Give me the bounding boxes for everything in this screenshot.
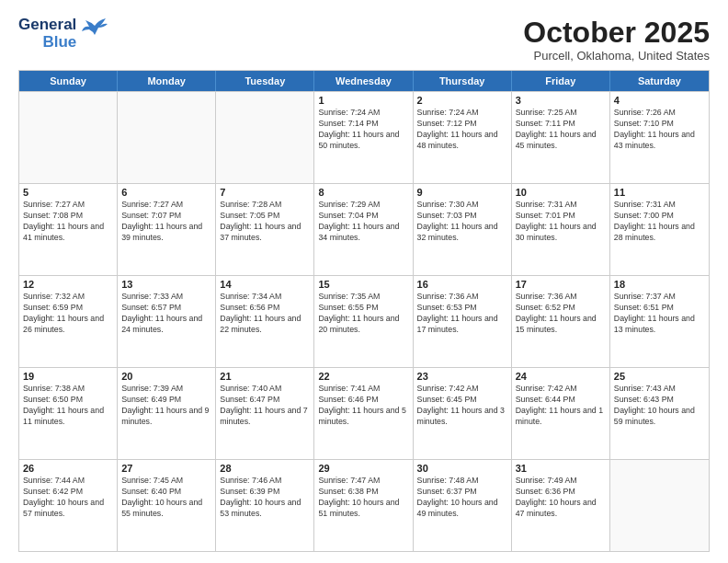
cell-info: Sunrise: 7:31 AM Sunset: 7:01 PM Dayligh… bbox=[516, 200, 606, 244]
cell-day-number: 21 bbox=[220, 371, 310, 382]
title-block: October 2025 Purcell, Oklahoma, United S… bbox=[523, 17, 710, 63]
calendar-cell-2: 2Sunrise: 7:24 AM Sunset: 7:12 PM Daylig… bbox=[414, 92, 512, 183]
logo-general: General bbox=[18, 17, 76, 34]
cell-info: Sunrise: 7:38 AM Sunset: 6:50 PM Dayligh… bbox=[23, 384, 113, 428]
cell-day-number: 26 bbox=[23, 463, 113, 474]
calendar-body: 1Sunrise: 7:24 AM Sunset: 7:14 PM Daylig… bbox=[19, 91, 709, 551]
cell-info: Sunrise: 7:37 AM Sunset: 6:51 PM Dayligh… bbox=[614, 292, 705, 336]
logo-bird-icon bbox=[80, 18, 109, 42]
calendar-cell-27: 27Sunrise: 7:45 AM Sunset: 6:40 PM Dayli… bbox=[118, 460, 216, 551]
calendar-cell-14: 14Sunrise: 7:34 AM Sunset: 6:56 PM Dayli… bbox=[216, 276, 314, 367]
calendar-cell-25: 25Sunrise: 7:43 AM Sunset: 6:43 PM Dayli… bbox=[610, 368, 709, 459]
cell-day-number: 5 bbox=[23, 187, 113, 198]
weekday-header-wednesday: Wednesday bbox=[314, 71, 413, 91]
calendar-row-0: 1Sunrise: 7:24 AM Sunset: 7:14 PM Daylig… bbox=[19, 91, 709, 183]
cell-day-number: 13 bbox=[121, 279, 211, 290]
cell-day-number: 24 bbox=[516, 371, 606, 382]
calendar-cell-16: 16Sunrise: 7:36 AM Sunset: 6:53 PM Dayli… bbox=[414, 276, 512, 367]
cell-info: Sunrise: 7:45 AM Sunset: 6:40 PM Dayligh… bbox=[121, 476, 211, 520]
calendar-cell-9: 9Sunrise: 7:30 AM Sunset: 7:03 PM Daylig… bbox=[414, 184, 512, 275]
calendar-cell-12: 12Sunrise: 7:32 AM Sunset: 6:59 PM Dayli… bbox=[19, 276, 118, 367]
cell-day-number: 30 bbox=[417, 463, 507, 474]
calendar-cell-31: 31Sunrise: 7:49 AM Sunset: 6:36 PM Dayli… bbox=[512, 460, 610, 551]
calendar-row-3: 19Sunrise: 7:38 AM Sunset: 6:50 PM Dayli… bbox=[19, 367, 709, 459]
calendar-cell-23: 23Sunrise: 7:42 AM Sunset: 6:45 PM Dayli… bbox=[414, 368, 512, 459]
calendar-cell-3: 3Sunrise: 7:25 AM Sunset: 7:11 PM Daylig… bbox=[512, 92, 610, 183]
weekday-header-tuesday: Tuesday bbox=[216, 71, 314, 91]
calendar-cell-6: 6Sunrise: 7:27 AM Sunset: 7:07 PM Daylig… bbox=[118, 184, 216, 275]
logo: General Blue bbox=[18, 17, 109, 51]
cell-info: Sunrise: 7:33 AM Sunset: 6:57 PM Dayligh… bbox=[121, 292, 211, 336]
logo-blue: Blue bbox=[42, 34, 76, 52]
cell-day-number: 11 bbox=[614, 187, 705, 198]
cell-day-number: 1 bbox=[318, 95, 408, 106]
cell-info: Sunrise: 7:39 AM Sunset: 6:49 PM Dayligh… bbox=[121, 384, 211, 428]
calendar-cell-17: 17Sunrise: 7:36 AM Sunset: 6:52 PM Dayli… bbox=[512, 276, 610, 367]
cell-day-number: 9 bbox=[417, 187, 507, 198]
cell-info: Sunrise: 7:30 AM Sunset: 7:03 PM Dayligh… bbox=[417, 200, 507, 244]
cell-info: Sunrise: 7:27 AM Sunset: 7:08 PM Dayligh… bbox=[23, 200, 113, 244]
cell-day-number: 23 bbox=[417, 371, 507, 382]
cell-info: Sunrise: 7:32 AM Sunset: 6:59 PM Dayligh… bbox=[23, 292, 113, 336]
calendar-cell-30: 30Sunrise: 7:48 AM Sunset: 6:37 PM Dayli… bbox=[414, 460, 512, 551]
cell-info: Sunrise: 7:36 AM Sunset: 6:53 PM Dayligh… bbox=[417, 292, 507, 336]
cell-info: Sunrise: 7:35 AM Sunset: 6:55 PM Dayligh… bbox=[318, 292, 408, 336]
cell-day-number: 18 bbox=[614, 279, 705, 290]
cell-info: Sunrise: 7:40 AM Sunset: 6:47 PM Dayligh… bbox=[220, 384, 310, 428]
cell-day-number: 15 bbox=[318, 279, 408, 290]
weekday-header-friday: Friday bbox=[512, 71, 610, 91]
weekday-header-thursday: Thursday bbox=[414, 71, 512, 91]
calendar-row-1: 5Sunrise: 7:27 AM Sunset: 7:08 PM Daylig… bbox=[19, 183, 709, 275]
cell-day-number: 16 bbox=[417, 279, 507, 290]
cell-info: Sunrise: 7:25 AM Sunset: 7:11 PM Dayligh… bbox=[516, 108, 606, 152]
cell-day-number: 25 bbox=[614, 371, 705, 382]
calendar-cell-5: 5Sunrise: 7:27 AM Sunset: 7:08 PM Daylig… bbox=[19, 184, 118, 275]
calendar-cell-1: 1Sunrise: 7:24 AM Sunset: 7:14 PM Daylig… bbox=[314, 92, 413, 183]
calendar-cell-18: 18Sunrise: 7:37 AM Sunset: 6:51 PM Dayli… bbox=[610, 276, 709, 367]
cell-day-number: 14 bbox=[220, 279, 310, 290]
calendar: SundayMondayTuesdayWednesdayThursdayFrid… bbox=[18, 70, 710, 552]
header: General Blue October 2025 Purcell, Oklah… bbox=[18, 17, 710, 63]
month-title: October 2025 bbox=[523, 17, 710, 49]
cell-day-number: 7 bbox=[220, 187, 310, 198]
calendar-cell-empty-0-1 bbox=[118, 92, 216, 183]
cell-info: Sunrise: 7:24 AM Sunset: 7:14 PM Dayligh… bbox=[318, 108, 408, 152]
cell-day-number: 27 bbox=[121, 463, 211, 474]
calendar-cell-7: 7Sunrise: 7:28 AM Sunset: 7:05 PM Daylig… bbox=[216, 184, 314, 275]
cell-info: Sunrise: 7:36 AM Sunset: 6:52 PM Dayligh… bbox=[516, 292, 606, 336]
cell-info: Sunrise: 7:24 AM Sunset: 7:12 PM Dayligh… bbox=[417, 108, 507, 152]
calendar-cell-22: 22Sunrise: 7:41 AM Sunset: 6:46 PM Dayli… bbox=[314, 368, 413, 459]
cell-day-number: 17 bbox=[516, 279, 606, 290]
weekday-header-monday: Monday bbox=[118, 71, 216, 91]
cell-info: Sunrise: 7:47 AM Sunset: 6:38 PM Dayligh… bbox=[318, 476, 408, 520]
calendar-cell-20: 20Sunrise: 7:39 AM Sunset: 6:49 PM Dayli… bbox=[118, 368, 216, 459]
cell-info: Sunrise: 7:34 AM Sunset: 6:56 PM Dayligh… bbox=[220, 292, 310, 336]
cell-day-number: 31 bbox=[516, 463, 606, 474]
cell-day-number: 10 bbox=[516, 187, 606, 198]
weekday-header-saturday: Saturday bbox=[610, 71, 709, 91]
cell-day-number: 6 bbox=[121, 187, 211, 198]
cell-day-number: 3 bbox=[516, 95, 606, 106]
cell-day-number: 29 bbox=[318, 463, 408, 474]
calendar-cell-13: 13Sunrise: 7:33 AM Sunset: 6:57 PM Dayli… bbox=[118, 276, 216, 367]
cell-day-number: 20 bbox=[121, 371, 211, 382]
cell-day-number: 2 bbox=[417, 95, 507, 106]
calendar-header: SundayMondayTuesdayWednesdayThursdayFrid… bbox=[19, 71, 709, 91]
cell-info: Sunrise: 7:41 AM Sunset: 6:46 PM Dayligh… bbox=[318, 384, 408, 428]
cell-info: Sunrise: 7:43 AM Sunset: 6:43 PM Dayligh… bbox=[614, 384, 705, 428]
cell-day-number: 4 bbox=[614, 95, 705, 106]
cell-info: Sunrise: 7:27 AM Sunset: 7:07 PM Dayligh… bbox=[121, 200, 211, 244]
location: Purcell, Oklahoma, United States bbox=[523, 49, 710, 63]
cell-info: Sunrise: 7:28 AM Sunset: 7:05 PM Dayligh… bbox=[220, 200, 310, 244]
calendar-cell-26: 26Sunrise: 7:44 AM Sunset: 6:42 PM Dayli… bbox=[19, 460, 118, 551]
calendar-cell-empty-4-6 bbox=[610, 460, 709, 551]
cell-day-number: 8 bbox=[318, 187, 408, 198]
calendar-cell-15: 15Sunrise: 7:35 AM Sunset: 6:55 PM Dayli… bbox=[314, 276, 413, 367]
calendar-cell-19: 19Sunrise: 7:38 AM Sunset: 6:50 PM Dayli… bbox=[19, 368, 118, 459]
calendar-row-2: 12Sunrise: 7:32 AM Sunset: 6:59 PM Dayli… bbox=[19, 275, 709, 367]
cell-day-number: 19 bbox=[23, 371, 113, 382]
calendar-cell-empty-0-0 bbox=[19, 92, 118, 183]
weekday-header-sunday: Sunday bbox=[19, 71, 118, 91]
cell-day-number: 22 bbox=[318, 371, 408, 382]
calendar-cell-11: 11Sunrise: 7:31 AM Sunset: 7:00 PM Dayli… bbox=[610, 184, 709, 275]
